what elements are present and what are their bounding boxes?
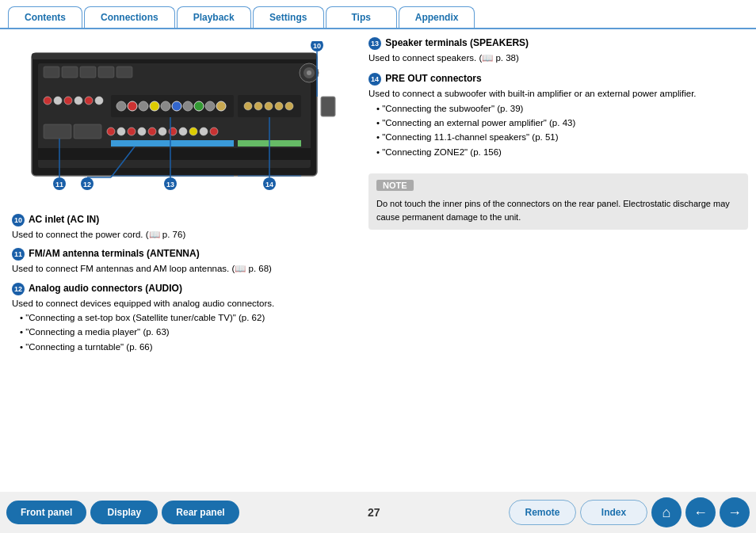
tab-connections[interactable]: Connections [84, 6, 175, 28]
svg-rect-35 [44, 124, 71, 139]
bullet-list-14: "Connecting the subwoofer" (p. 39) "Conn… [376, 101, 748, 160]
svg-rect-48 [111, 140, 234, 147]
svg-rect-4 [62, 67, 78, 78]
callout-num-13: 13 [368, 37, 381, 50]
desc-item-13: 13 Speaker terminals (SPEAKERS) Used to … [368, 37, 748, 65]
svg-point-45 [189, 128, 197, 135]
descriptions-left: 10 AC inlet (AC IN) Used to connect the … [8, 214, 357, 354]
book-icon-10: (📖 [146, 230, 162, 239]
svg-point-46 [200, 128, 208, 135]
svg-text:11: 11 [55, 181, 63, 188]
svg-point-31 [254, 102, 262, 110]
desc-item-11: 11 FM/AM antenna terminals (ANTENNA) Use… [12, 248, 357, 276]
forward-arrow-icon: → [727, 504, 742, 521]
svg-point-33 [275, 102, 283, 110]
svg-rect-11 [321, 97, 335, 116]
bullet-item-14-1: "Connecting an external power amplifier"… [376, 116, 748, 130]
svg-text:14: 14 [265, 181, 273, 188]
bullet-item-14-3: "Connecting ZONE2" (p. 156) [376, 145, 748, 159]
forward-button[interactable]: → [720, 497, 750, 527]
back-button[interactable]: ← [685, 497, 716, 527]
home-icon: ⌂ [662, 504, 671, 521]
main-content: 10 11 12 13 14 [0, 29, 756, 485]
right-panel: 13 Speaker terminals (SPEAKERS) Used to … [365, 37, 748, 485]
book-icon-11: (📖 [231, 264, 248, 273]
svg-rect-7 [116, 67, 132, 78]
book-icon-13: (📖 [479, 53, 495, 63]
callout-num-11: 11 [12, 248, 25, 261]
svg-point-42 [158, 128, 166, 135]
callout-num-12: 12 [12, 283, 25, 295]
svg-rect-6 [98, 67, 114, 78]
svg-point-21 [139, 101, 148, 111]
svg-point-15 [74, 97, 82, 105]
callout-num-10: 10 [12, 214, 25, 227]
svg-text:13: 13 [166, 181, 174, 188]
note-text: Do not touch the inner pins of the conne… [376, 197, 740, 223]
svg-point-27 [205, 101, 215, 111]
svg-text:12: 12 [83, 181, 91, 188]
tab-contents[interactable]: Contents [8, 6, 82, 28]
svg-point-14 [64, 97, 72, 105]
svg-point-22 [150, 101, 159, 111]
desc-item-14: 14 PRE OUT connectors Used to connect a … [368, 73, 748, 159]
svg-rect-5 [80, 67, 96, 78]
bullet-item-14-0: "Connecting the subwoofer" (p. 39) [376, 101, 748, 116]
bottom-navigation: Front panel Display Rear panel 27 Remote… [0, 492, 756, 533]
svg-point-25 [183, 101, 193, 111]
svg-point-26 [194, 101, 204, 111]
svg-point-17 [95, 97, 103, 105]
svg-point-37 [107, 128, 115, 135]
tab-playback[interactable]: Playback [177, 6, 251, 28]
index-button[interactable]: Index [580, 500, 647, 525]
svg-point-20 [128, 101, 137, 111]
top-navigation: Contents Connections Playback Settings T… [0, 0, 756, 29]
svg-point-41 [148, 128, 156, 135]
svg-text:10: 10 [313, 42, 321, 50]
desc-item-10: 10 AC inlet (AC IN) Used to connect the … [12, 214, 357, 242]
callout-num-14: 14 [368, 73, 381, 86]
svg-point-19 [116, 101, 126, 111]
note-label: NOTE [376, 180, 414, 191]
rear-panel-button[interactable]: Rear panel [162, 501, 239, 524]
svg-rect-3 [44, 67, 59, 78]
desc-item-12: 12 Analog audio connectors (AUDIO) Used … [12, 283, 357, 354]
bullet-item-12-2: "Connecting a turntable" (p. 66) [20, 340, 357, 354]
bullet-list-12: "Connecting a set-top box (Satellite tun… [20, 310, 357, 354]
note-box: NOTE Do not touch the inner pins of the … [368, 173, 748, 230]
bottom-nav-right: Remote Index ⌂ ← → [509, 497, 750, 527]
svg-point-32 [265, 102, 273, 110]
home-button[interactable]: ⌂ [651, 497, 682, 527]
svg-point-23 [161, 101, 170, 111]
svg-point-44 [179, 128, 187, 135]
tab-tips[interactable]: Tips [326, 6, 397, 28]
svg-point-24 [172, 101, 181, 111]
svg-point-39 [128, 128, 136, 135]
svg-point-28 [216, 101, 226, 111]
svg-rect-36 [74, 124, 101, 139]
svg-point-34 [285, 102, 293, 110]
device-diagram: 10 11 12 13 14 [8, 41, 357, 202]
tab-appendix[interactable]: Appendix [399, 6, 475, 28]
svg-point-13 [54, 97, 62, 105]
remote-button[interactable]: Remote [509, 500, 576, 525]
svg-point-40 [138, 128, 146, 135]
svg-point-47 [210, 128, 218, 135]
front-panel-button[interactable]: Front panel [6, 501, 86, 524]
page-number: 27 [368, 506, 380, 519]
svg-point-38 [117, 128, 125, 135]
left-panel: 10 11 12 13 14 [8, 37, 357, 485]
svg-point-30 [244, 102, 252, 110]
bottom-nav-left: Front panel Display Rear panel [6, 501, 239, 524]
svg-point-10 [307, 70, 311, 75]
bullet-item-12-0: "Connecting a set-top box (Satellite tun… [20, 310, 357, 325]
svg-point-16 [85, 97, 93, 105]
display-button[interactable]: Display [90, 501, 158, 524]
svg-point-12 [44, 97, 52, 105]
back-arrow-icon: ← [693, 504, 708, 521]
bullet-item-14-2: "Connecting 11.1-channel speakers" (p. 5… [376, 130, 748, 144]
tab-settings[interactable]: Settings [253, 6, 324, 28]
svg-rect-1 [32, 53, 317, 59]
bullet-item-12-1: "Connecting a media player" (p. 63) [20, 325, 357, 339]
